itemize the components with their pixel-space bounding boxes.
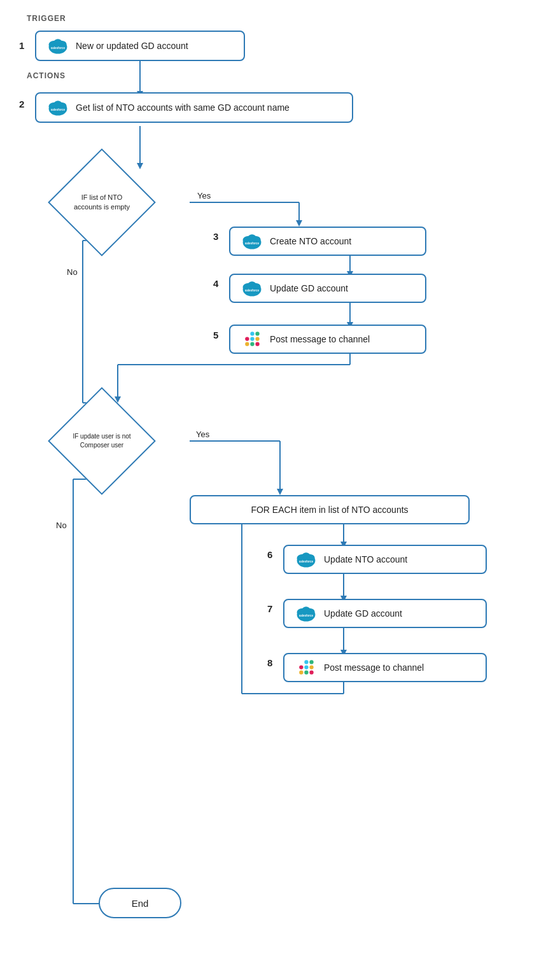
svg-rect-81 xyxy=(299,671,303,675)
step-7-text: Update GD account xyxy=(324,608,402,619)
svg-rect-66 xyxy=(255,342,259,346)
diamond-1-container: IF list of NTO accounts is empty xyxy=(64,164,140,241)
svg-rect-63 xyxy=(245,342,249,346)
svg-text:Yes: Yes xyxy=(197,191,211,200)
foreach-box[interactable]: FOR EACH item in list of NTO accounts xyxy=(190,495,470,524)
step-8-number: 8 xyxy=(267,657,272,668)
step-5-number: 5 xyxy=(213,330,218,340)
svg-text:Yes: Yes xyxy=(196,430,210,439)
svg-marker-23 xyxy=(277,489,283,495)
diagram-container: Yes No Yes xyxy=(0,0,560,966)
step-8-text: Post message to channel xyxy=(324,662,424,673)
slack-icon-5 xyxy=(241,328,263,351)
step-5-box[interactable]: Post message to channel xyxy=(229,325,426,354)
svg-text:salesforce: salesforce xyxy=(299,560,314,563)
step-1-box[interactable]: salesforce New or updated GD account xyxy=(35,31,245,61)
step-2-number: 2 xyxy=(19,99,24,109)
step-7-box[interactable]: salesforce Update GD account xyxy=(283,599,487,628)
svg-point-76 xyxy=(302,606,311,613)
svg-point-53 xyxy=(248,234,256,241)
step-1-number: 1 xyxy=(19,40,24,51)
step-2-box[interactable]: salesforce Get list of NTO accounts with… xyxy=(35,92,353,123)
svg-rect-64 xyxy=(250,342,254,346)
svg-rect-65 xyxy=(255,337,259,340)
svg-text:No: No xyxy=(67,267,78,277)
foreach-text: FOR EACH item in list of NTO accounts xyxy=(251,505,408,515)
arrows-svg: Yes No Yes xyxy=(0,0,560,966)
salesforce-icon-2: salesforce xyxy=(46,96,69,119)
svg-rect-62 xyxy=(250,332,254,335)
diamond-2-label: IF update user is not Composer user xyxy=(67,406,137,476)
step-7-number: 7 xyxy=(267,603,272,614)
salesforce-icon-6: salesforce xyxy=(295,548,318,571)
svg-rect-82 xyxy=(304,671,308,675)
salesforce-icon-4: salesforce xyxy=(241,277,263,300)
step-8-box[interactable]: Post message to channel xyxy=(283,653,487,682)
svg-rect-83 xyxy=(309,665,313,669)
step-5-text: Post message to channel xyxy=(270,334,370,344)
step-4-box[interactable]: salesforce Update GD account xyxy=(229,274,426,303)
svg-text:salesforce: salesforce xyxy=(299,614,314,617)
svg-rect-78 xyxy=(299,665,303,669)
diamond-2-container: IF update user is not Composer user xyxy=(64,403,140,479)
svg-rect-79 xyxy=(304,665,308,669)
svg-point-71 xyxy=(302,552,311,559)
step-2-text: Get list of NTO accounts with same GD ac… xyxy=(76,102,290,113)
svg-rect-61 xyxy=(250,337,254,340)
slack-icon-8 xyxy=(295,656,318,679)
trigger-label: TRIGGER xyxy=(27,14,66,23)
diamond-1-label: IF list of NTO accounts is empty xyxy=(67,167,137,237)
svg-rect-80 xyxy=(304,660,308,664)
step-6-text: Update NTO account xyxy=(324,554,407,564)
end-pill: End xyxy=(99,888,181,918)
salesforce-icon-7: salesforce xyxy=(295,602,318,625)
step-3-number: 3 xyxy=(213,231,218,242)
step-6-number: 6 xyxy=(267,549,272,560)
svg-text:salesforce: salesforce xyxy=(245,242,260,245)
step-4-number: 4 xyxy=(213,278,218,289)
salesforce-icon-1: salesforce xyxy=(46,34,69,57)
svg-marker-6 xyxy=(296,220,302,227)
svg-point-43 xyxy=(54,39,62,46)
actions-label: ACTIONS xyxy=(27,71,66,80)
salesforce-icon-3: salesforce xyxy=(241,230,263,253)
step-3-text: Create NTO account xyxy=(270,236,351,246)
svg-rect-85 xyxy=(309,660,313,664)
svg-rect-60 xyxy=(245,337,249,340)
step-6-box[interactable]: salesforce Update NTO account xyxy=(283,545,487,574)
svg-text:salesforce: salesforce xyxy=(51,108,66,111)
svg-text:salesforce: salesforce xyxy=(245,289,260,292)
svg-point-48 xyxy=(54,101,62,108)
step-3-box[interactable]: salesforce Create NTO account xyxy=(229,227,426,256)
step-4-text: Update GD account xyxy=(270,283,348,293)
svg-rect-67 xyxy=(255,332,259,335)
svg-text:No: No xyxy=(56,521,67,530)
svg-rect-84 xyxy=(309,671,313,675)
step-1-text: New or updated GD account xyxy=(76,41,188,51)
svg-text:salesforce: salesforce xyxy=(51,46,66,50)
svg-point-58 xyxy=(248,281,256,288)
